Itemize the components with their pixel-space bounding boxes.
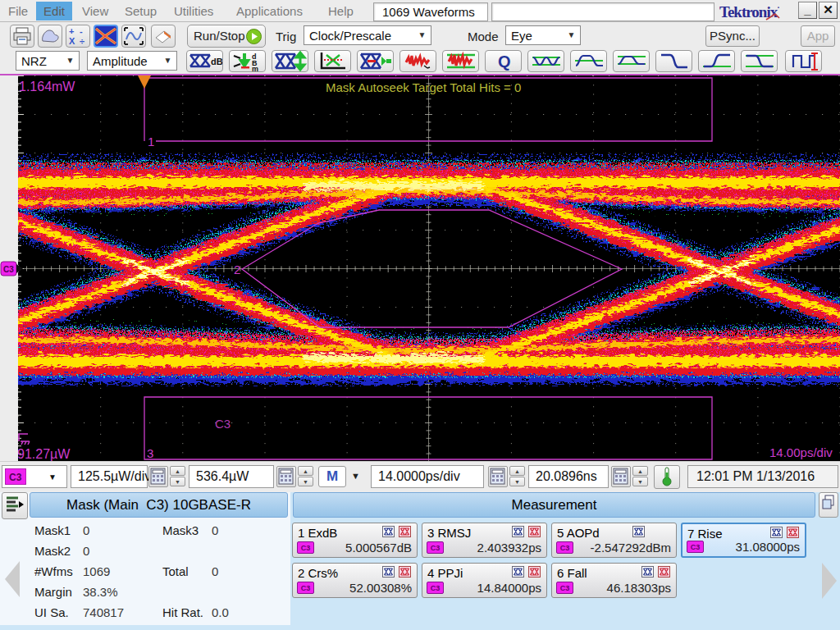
- svg-text:1: 1: [148, 135, 154, 148]
- svg-text:÷: ÷: [80, 36, 84, 46]
- svg-text:dB: dB: [211, 57, 222, 66]
- svg-text:14.00ps/div: 14.00ps/div: [769, 445, 833, 459]
- svg-text:X: X: [69, 36, 75, 46]
- svg-text:-: -: [80, 26, 83, 36]
- svg-text:C3: C3: [9, 472, 22, 483]
- svg-text:1.164mW: 1.164mW: [19, 80, 75, 94]
- svg-text:C3: C3: [215, 417, 231, 431]
- svg-text:+: +: [69, 26, 74, 36]
- svg-text:m: m: [252, 65, 258, 71]
- svg-text:2: 2: [234, 262, 240, 276]
- svg-text:Mask Autoseek Target Total Hit: Mask Autoseek Target Total Hits = 0: [326, 80, 521, 94]
- svg-text:Q: Q: [498, 52, 511, 71]
- svg-text:91.27µW: 91.27µW: [18, 447, 71, 461]
- svg-text:3: 3: [147, 446, 153, 460]
- svg-text:C3: C3: [3, 265, 14, 274]
